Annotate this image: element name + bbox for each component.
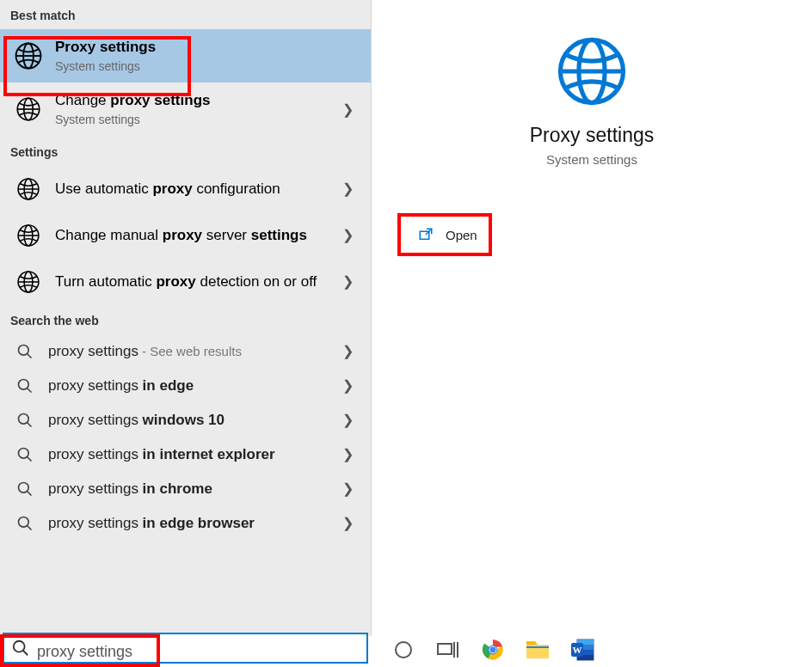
chevron-right-icon[interactable]: ❯ [337,412,359,428]
globe-icon [14,41,43,70]
search-icon [14,343,36,360]
svg-point-15 [19,345,29,355]
svg-point-23 [19,482,29,493]
search-box[interactable] [3,633,368,664]
result-title: Use automatic proxy configuration [55,180,337,199]
svg-point-41 [490,647,496,653]
web-result-label: proxy settings windows 10 [36,412,337,429]
search-icon [14,480,36,498]
svg-rect-35 [438,644,452,654]
globe-icon [14,174,43,204]
globe-icon [14,267,43,297]
web-result-label: proxy settings - See web results [36,343,337,360]
svg-point-25 [19,517,29,527]
search-icon [14,515,36,532]
web-result-internet-explorer[interactable]: proxy settings in internet explorer ❯ [0,438,371,472]
svg-point-17 [19,379,29,389]
svg-point-21 [19,448,29,458]
open-icon [418,227,434,242]
search-icon [11,639,30,658]
svg-line-18 [28,388,32,392]
svg-line-16 [28,353,32,358]
web-result-in-edge-browser[interactable]: proxy settings in edge browser ❯ [0,506,371,541]
chevron-right-icon[interactable]: ❯ [337,101,359,118]
web-result-in-chrome[interactable]: proxy settings in chrome ❯ [0,472,371,506]
globe-icon [555,34,629,108]
best-match-proxy-settings[interactable]: Proxy settings System settings [0,29,371,83]
globe-icon [14,95,43,124]
svg-line-24 [28,491,32,495]
chrome-icon[interactable] [480,637,506,663]
result-use-automatic-proxy[interactable]: Use automatic proxy configuration ❯ [0,166,371,212]
search-icon [14,446,36,463]
cortana-icon[interactable] [391,637,416,663]
word-icon[interactable]: W [569,637,595,663]
search-icon [14,412,36,429]
chevron-right-icon[interactable]: ❯ [337,343,359,359]
web-result-windows-10[interactable]: proxy settings windows 10 ❯ [0,403,371,438]
svg-point-19 [19,413,29,424]
chevron-right-icon[interactable]: ❯ [337,181,359,197]
taskbar: W [372,633,812,667]
web-result-label: proxy settings in internet explorer [36,446,337,463]
task-view-icon[interactable] [435,637,461,663]
result-change-manual-proxy[interactable]: Change manual proxy server settings ❯ [0,212,371,259]
globe-icon [14,221,43,250]
file-explorer-icon[interactable] [525,637,551,663]
open-label: Open [434,228,477,242]
web-result-in-edge[interactable]: proxy settings in edge ❯ [0,369,371,403]
search-results-panel: Best match Proxy settings System setting… [0,0,372,636]
detail-subtitle: System settings [546,152,637,167]
web-result-label: proxy settings in chrome [36,480,337,498]
chevron-right-icon[interactable]: ❯ [337,446,359,462]
section-search-web: Search the web [0,305,371,334]
chevron-right-icon[interactable]: ❯ [337,480,359,497]
search-icon [14,377,36,395]
result-title: Turn automatic proxy detection on or off [55,272,337,291]
result-change-proxy-settings[interactable]: Change proxy settings System settings ❯ [0,83,371,136]
result-title: Change manual proxy server settings [55,226,337,245]
result-turn-automatic-proxy-detection[interactable]: Turn automatic proxy detection on or off… [0,259,371,305]
web-result-label: proxy settings in edge browser [36,515,337,532]
chevron-right-icon[interactable]: ❯ [337,377,359,394]
svg-line-26 [28,525,32,529]
svg-line-20 [28,422,32,426]
chevron-right-icon[interactable]: ❯ [337,273,359,290]
result-subtitle: System settings [55,112,337,127]
result-subtitle: System settings [55,58,359,74]
search-input[interactable] [30,643,360,661]
section-settings: Settings [0,137,371,166]
chevron-right-icon[interactable]: ❯ [337,515,359,531]
result-title: Change proxy settings [55,91,337,110]
detail-panel: Proxy settings System settings Open [372,0,812,636]
chevron-right-icon[interactable]: ❯ [337,227,359,243]
svg-line-22 [28,456,32,461]
svg-rect-43 [526,646,549,648]
svg-text:W: W [573,645,582,655]
result-title: Proxy settings [55,38,359,57]
open-action[interactable]: Open [397,213,492,256]
svg-point-32 [14,641,25,652]
web-result-proxy-settings[interactable]: proxy settings - See web results ❯ [0,334,371,369]
section-best-match: Best match [0,0,371,29]
web-result-label: proxy settings in edge [36,377,337,395]
svg-point-34 [396,642,411,658]
detail-title: Proxy settings [530,124,654,147]
svg-line-33 [23,651,28,656]
